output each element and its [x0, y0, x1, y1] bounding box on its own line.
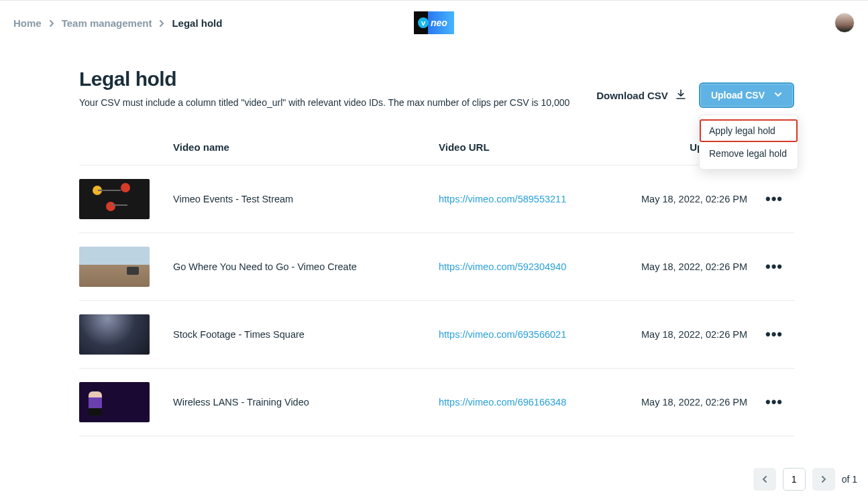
breadcrumb-current: Legal hold — [172, 17, 222, 29]
video-thumbnail[interactable] — [79, 179, 150, 219]
page-subtitle: Your CSV must include a column titled "v… — [79, 97, 569, 108]
table-row: Go Where You Need to Go - Vimeo Create h… — [79, 233, 794, 301]
video-name: Wireless LANS - Training Video — [173, 397, 439, 408]
breadcrumb-team-management[interactable]: Team management — [62, 17, 152, 29]
upload-csv-label: Upload CSV — [711, 90, 765, 101]
pagination-next-button[interactable] — [812, 468, 835, 491]
breadcrumb-home[interactable]: Home — [13, 17, 42, 29]
dropdown-remove-legal-hold[interactable]: Remove legal hold — [700, 142, 798, 165]
page-header-text: Legal hold Your CSV must include a colum… — [79, 68, 569, 108]
video-name: Stock Footage - Times Square — [173, 329, 439, 340]
upload-date: May 18, 2022, 02:26 PM — [620, 194, 754, 204]
upload-csv-button[interactable]: Upload CSV — [699, 82, 794, 108]
table-row: Wireless LANS - Training Video https://v… — [79, 369, 794, 436]
table-header: Video name Video URL Upload date — [79, 141, 794, 166]
pagination-total-label: of 1 — [842, 474, 857, 485]
download-icon — [675, 88, 687, 103]
upload-date: May 18, 2022, 02:26 PM — [620, 261, 754, 272]
video-thumbnail[interactable] — [79, 247, 150, 287]
page-header: Legal hold Your CSV must include a colum… — [79, 68, 794, 108]
video-url-link[interactable]: https://vimeo.com/696166348 — [439, 397, 620, 408]
video-thumbnail[interactable] — [79, 314, 150, 355]
breadcrumb: Home Team management Legal hold — [13, 17, 222, 29]
download-csv-label: Download CSV — [596, 90, 668, 101]
page-content: Legal hold Your CSV must include a colum… — [0, 41, 868, 436]
topbar: Home Team management Legal hold v neo — [0, 0, 868, 41]
chevron-right-icon — [820, 476, 827, 483]
chevron-down-icon — [774, 90, 782, 101]
pagination-prev-button[interactable] — [753, 468, 776, 491]
row-actions-button[interactable]: ••• — [754, 326, 794, 343]
table-row: Stock Footage - Times Square https://vim… — [79, 301, 794, 369]
chevron-right-icon — [158, 17, 165, 29]
chevron-left-icon — [761, 476, 768, 483]
video-url-link[interactable]: https://vimeo.com/592304940 — [439, 261, 620, 272]
video-url-link[interactable]: https://vimeo.com/589553211 — [439, 194, 620, 204]
pagination-page-input[interactable] — [783, 468, 806, 491]
video-url-link[interactable]: https://vimeo.com/693566021 — [439, 329, 620, 340]
upload-date: May 18, 2022, 02:26 PM — [620, 397, 754, 408]
column-video-name: Video name — [173, 141, 439, 153]
page-title: Legal hold — [79, 68, 569, 90]
dropdown-apply-legal-hold[interactable]: Apply legal hold — [700, 119, 798, 142]
column-video-url: Video URL — [439, 141, 620, 153]
avatar[interactable] — [834, 13, 855, 33]
row-actions-button[interactable]: ••• — [754, 258, 794, 275]
vimeo-icon: v — [418, 17, 429, 28]
video-name: Go Where You Need to Go - Vimeo Create — [173, 261, 439, 272]
table-row: Vimeo Events - Test Stream https://vimeo… — [79, 166, 794, 233]
app-logo[interactable]: v neo — [414, 11, 454, 34]
logo-text: neo — [431, 17, 447, 28]
header-actions: Download CSV Upload CSV Apply legal hold… — [596, 82, 794, 108]
upload-csv-dropdown: Apply legal hold Remove legal hold — [699, 115, 798, 170]
upload-date: May 18, 2022, 02:26 PM — [620, 329, 754, 340]
pagination: of 1 — [753, 468, 857, 491]
chevron-right-icon — [48, 17, 55, 29]
row-actions-button[interactable]: ••• — [754, 190, 794, 208]
download-csv-button[interactable]: Download CSV — [596, 88, 687, 103]
video-name: Vimeo Events - Test Stream — [173, 194, 439, 204]
row-actions-button[interactable]: ••• — [754, 393, 794, 411]
video-thumbnail[interactable] — [79, 382, 150, 422]
